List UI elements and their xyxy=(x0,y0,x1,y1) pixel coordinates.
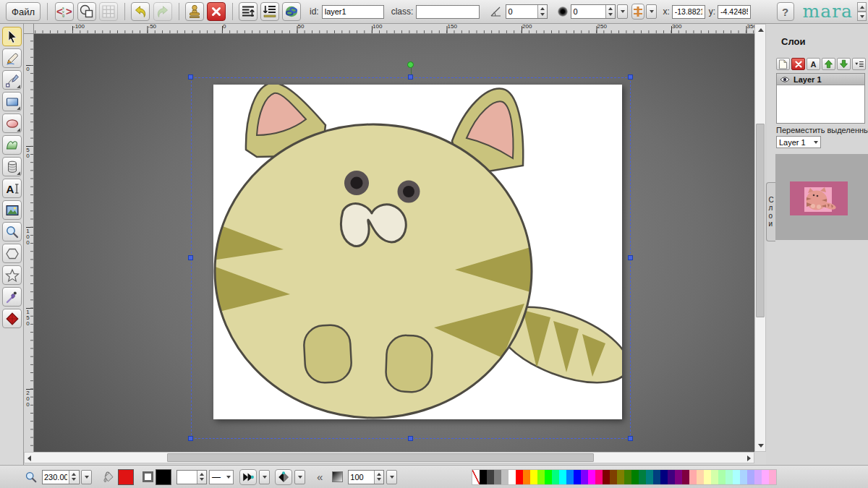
palette-swatch-#3f7f00[interactable] xyxy=(624,470,631,484)
selection-handle-e[interactable] xyxy=(628,255,633,260)
palette-swatch-#00ff7f[interactable] xyxy=(552,470,559,484)
stroke-width-spin-arrows[interactable] xyxy=(197,471,206,484)
palette-swatch-#0000ff[interactable] xyxy=(574,470,581,484)
layer-select-dropdown[interactable]: Layer 1 xyxy=(776,136,821,148)
palette-swatch-#00007f[interactable] xyxy=(660,470,668,484)
tool-ellipse[interactable] xyxy=(2,114,22,133)
palette-swatch-#aaffaa[interactable] xyxy=(718,470,726,484)
palette-swatch-#ff00ff[interactable] xyxy=(588,470,595,484)
palette-swatch-#ffaaaa[interactable] xyxy=(689,470,697,484)
layers-side-tab[interactable]: Слои xyxy=(766,182,775,241)
panel-scroll-down-button[interactable] xyxy=(857,12,867,21)
class-input[interactable] xyxy=(416,5,480,19)
palette-swatch-#ffaad4[interactable] xyxy=(769,470,776,484)
stroke-dash-select[interactable]: — xyxy=(209,470,234,484)
marker-end-button[interactable] xyxy=(275,469,292,485)
selection-handle-sw[interactable] xyxy=(188,436,193,441)
palette-swatch-#003f7f[interactable] xyxy=(653,470,660,484)
opacity-dropdown-button[interactable] xyxy=(386,470,397,484)
palette-swatch-#007f3f[interactable] xyxy=(639,470,646,484)
fill-color-swatch[interactable] xyxy=(118,469,134,485)
palette-swatch-#7f0000[interactable] xyxy=(603,470,610,484)
x-input[interactable] xyxy=(672,5,705,19)
selection-handle-nw[interactable] xyxy=(188,74,193,80)
stroke-width-spinner[interactable] xyxy=(176,470,207,484)
marker-start-button[interactable] xyxy=(239,469,257,485)
opacity-spin-arrows[interactable] xyxy=(374,471,383,484)
zoom-spinner[interactable] xyxy=(42,470,80,484)
tool-polygon[interactable] xyxy=(2,244,22,263)
selection-handle-n[interactable] xyxy=(408,74,413,80)
stroke-color-swatch[interactable] xyxy=(156,469,171,485)
opacity-input[interactable] xyxy=(349,471,374,484)
selection-handle-w[interactable] xyxy=(188,255,193,260)
palette-swatch-#007f7f[interactable] xyxy=(646,470,653,484)
layer-visibility-eye-icon[interactable] xyxy=(780,76,790,83)
h-scrollbar-thumb[interactable] xyxy=(167,453,594,462)
tool-select[interactable] xyxy=(2,27,22,46)
palette-swatch-#ffffaa[interactable] xyxy=(704,470,711,484)
palette-swatch-#d4ffaa[interactable] xyxy=(711,470,718,484)
palette-swatch-#3f007f[interactable] xyxy=(668,470,675,484)
palette-swatch-#ffffff[interactable] xyxy=(509,470,516,484)
angle-input[interactable] xyxy=(506,5,537,18)
palette-swatch-#7f7f7f[interactable] xyxy=(494,470,501,484)
rename-layer-button[interactable]: A xyxy=(807,58,820,70)
palette-swatch-#00ff00[interactable] xyxy=(545,470,552,484)
palette-swatch-#7f003f[interactable] xyxy=(682,470,689,484)
blur-dropdown-button[interactable] xyxy=(617,4,628,19)
v-scrollbar-thumb[interactable] xyxy=(756,124,765,317)
zoom-spin-arrows[interactable] xyxy=(69,471,78,484)
palette-swatch-#d4aaff[interactable] xyxy=(754,470,762,484)
tool-path[interactable] xyxy=(2,70,22,90)
redo-button[interactable] xyxy=(153,2,172,21)
palette-swatch-#ffd4aa[interactable] xyxy=(697,470,704,484)
palette-swatch-#7f00ff[interactable] xyxy=(581,470,588,484)
palette-swatch-#aaffd4[interactable] xyxy=(726,470,733,484)
layer-row[interactable]: Layer 1 xyxy=(777,74,864,85)
palette-swatch-#bfbfbf[interactable] xyxy=(501,470,509,484)
panel-scroll-up-button[interactable] xyxy=(857,2,867,12)
zoom-input[interactable] xyxy=(43,471,69,484)
tool-rectangle[interactable] xyxy=(2,92,22,111)
undo-button[interactable] xyxy=(131,2,150,21)
move-top-button[interactable] xyxy=(239,2,258,21)
lower-layer-button[interactable] xyxy=(837,58,851,70)
clone-button[interactable] xyxy=(185,2,204,21)
delete-layer-button[interactable] xyxy=(791,58,805,70)
marker-end-dropdown[interactable] xyxy=(294,470,305,484)
raise-layer-button[interactable] xyxy=(822,58,835,70)
tool-star[interactable] xyxy=(2,265,22,285)
tool-eyedropper[interactable] xyxy=(2,287,22,307)
align-anchor-button[interactable] xyxy=(631,4,644,20)
palette-swatch-#3f3f3f[interactable] xyxy=(487,470,494,484)
palette-swatch-#00ffff[interactable] xyxy=(559,470,566,484)
tool-text[interactable]: A xyxy=(2,179,22,198)
scroll-right-icon[interactable] xyxy=(747,455,751,461)
selection-handle-ne[interactable] xyxy=(628,74,633,80)
help-button[interactable]: ? xyxy=(777,2,794,21)
y-input[interactable] xyxy=(718,5,751,19)
canvas-workspace[interactable] xyxy=(34,34,754,452)
selection-handle-s[interactable] xyxy=(408,436,413,441)
tool-cylinder[interactable] xyxy=(2,157,22,176)
blur-spin-arrows[interactable] xyxy=(605,5,615,18)
opacity-spinner[interactable] xyxy=(348,470,384,484)
palette-swatch-#ffff00[interactable] xyxy=(530,470,537,484)
palette-swatch-#aaffff[interactable] xyxy=(733,470,740,484)
stroke-width-input[interactable] xyxy=(177,471,197,484)
marker-start-dropdown[interactable] xyxy=(259,470,270,484)
blur-input[interactable] xyxy=(571,5,605,18)
tool-pencil[interactable] xyxy=(2,48,22,68)
palette-swatch-#007f00[interactable] xyxy=(631,470,639,484)
tool-image[interactable] xyxy=(2,200,22,220)
selection-box[interactable] xyxy=(191,77,631,439)
palette-swatch-#aaaaff[interactable] xyxy=(747,470,754,484)
selection-handle-se[interactable] xyxy=(628,436,633,441)
tool-shape-library[interactable] xyxy=(2,309,22,328)
layer-menu-button[interactable] xyxy=(852,58,866,70)
palette-swatch-#7f7f00[interactable] xyxy=(617,470,624,484)
palette-swatch-#ffaaff[interactable] xyxy=(762,470,769,484)
angle-spinner[interactable] xyxy=(506,4,548,19)
vertical-scrollbar[interactable] xyxy=(754,24,766,452)
